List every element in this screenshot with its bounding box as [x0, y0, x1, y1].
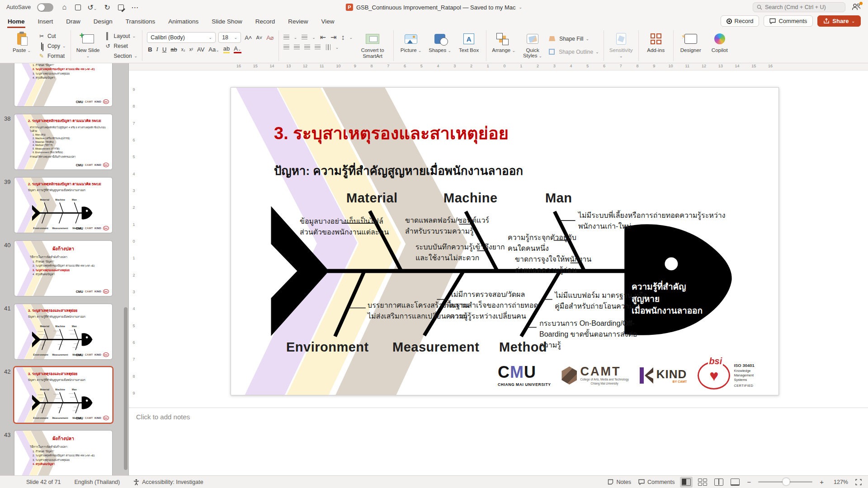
bold-button[interactable]: B	[148, 46, 152, 53]
picture-button[interactable]: Picture ⌄	[398, 30, 424, 53]
format-painter-button[interactable]: ✎Format	[38, 52, 66, 60]
new-slide-button[interactable]: New Slide ⌄	[75, 30, 101, 58]
tab-draw[interactable]: Draw	[66, 16, 81, 28]
category-machine[interactable]: Machine	[443, 191, 498, 206]
category-man[interactable]: Man	[545, 191, 572, 206]
slide-sorter-view-button[interactable]	[698, 479, 707, 486]
paste-button[interactable]: Paste ⌄	[9, 30, 34, 53]
copilot-button[interactable]: Copilot	[707, 30, 732, 53]
change-case-button[interactable]: Aa⌄	[208, 46, 219, 53]
character-spacing-button[interactable]: AV	[197, 46, 204, 53]
zoom-slider-knob[interactable]	[783, 478, 790, 485]
cause-machine-2[interactable]: ระบบบันทึกความรู้เข้าถึงยาก และใช้งานไม่…	[415, 242, 505, 263]
slideshow-button[interactable]	[731, 479, 740, 486]
cause-man-1[interactable]: ไม่มีระบบพี่เลี้ยงหรือการถ่ายทอดความรู้ร…	[578, 210, 727, 232]
slide-editor[interactable]: 3. ระบุสาเหตุรองและสาเหตุย่อย ปัญหา: ควา…	[231, 87, 779, 395]
shape-fill-button[interactable]: Shape Fill ⌄	[549, 35, 599, 42]
language-status[interactable]: English (Thailand)	[74, 479, 120, 485]
slide-thumbnail-39[interactable]: 39 2. ระบุสาเหตุหลักของปัญหา ตามแนวคิด 5…	[0, 178, 128, 233]
strikethrough-button[interactable]: ab	[170, 46, 177, 53]
align-center-icon[interactable]	[294, 45, 300, 50]
copy-button[interactable]: Copy ⌄	[38, 42, 66, 50]
cause-measurement-1[interactable]: ไม่มีการตรวจสอบ/วัดผล ความสำเร็จของการถ่…	[450, 289, 538, 322]
search-input[interactable]	[765, 4, 841, 10]
cause-man-2[interactable]: ความรู้กระจุกตัวอยู่กับ คนใดคนหนึ่ง	[508, 232, 576, 254]
fishbone-effect[interactable]: ความรู้ที่สำคัญสูญหาย เมื่อพนักงานลาออก	[632, 281, 713, 317]
decrease-font-icon[interactable]: A˅	[256, 35, 262, 40]
convert-smartart-button[interactable]: Convert to SmartArt	[356, 30, 389, 59]
presenter-coaching-icon[interactable]	[852, 3, 862, 12]
section-button[interactable]: Section ⌄	[104, 52, 138, 60]
redo-icon[interactable]: ↻	[103, 3, 112, 12]
slide-thumbnail-42-selected[interactable]: 42 3. ระบุสาเหตุรองและสาเหตุย่อย ปัญหา: …	[0, 367, 128, 422]
decrease-indent-icon[interactable]: ⇤	[320, 33, 326, 42]
zoom-in-button[interactable]: +	[820, 478, 824, 486]
reading-view-button[interactable]	[714, 479, 723, 486]
quick-edit-icon[interactable]	[118, 5, 124, 10]
sensitivity-button[interactable]: Sensitivity ⌄	[609, 30, 634, 58]
clear-formatting-icon[interactable]: A⌀	[266, 34, 274, 41]
cause-man-3[interactable]: ขาดการจูงใจให้พนักงาน ถ่ายทอดความรู้ก่อน	[515, 254, 591, 276]
tab-animations[interactable]: Animations	[168, 16, 199, 28]
line-spacing-icon[interactable]: ↕	[341, 33, 345, 42]
font-name-select[interactable]: Calibri (Body)⌄	[147, 32, 216, 43]
font-size-select[interactable]: 18⌄	[218, 32, 241, 43]
comments-button[interactable]: Comments	[764, 15, 813, 27]
tab-transitions[interactable]: Transitions	[125, 16, 156, 28]
comments-toggle[interactable]: Comments	[638, 479, 675, 485]
text-highlight-button[interactable]: ab	[223, 45, 230, 53]
cause-machine-1[interactable]: ขาดแพลตฟอร์ม/ซอฟต์แวร์ สำหรับรวบรวมความร…	[405, 215, 489, 237]
save-icon[interactable]	[75, 5, 81, 10]
slide-thumbnail-40[interactable]: 40 ผังก้างปลา วิธีการในการจัดทำผังก้างปล…	[0, 241, 128, 296]
zoom-slider[interactable]	[758, 481, 812, 483]
align-right-icon[interactable]	[304, 45, 310, 50]
underline-button[interactable]: U	[162, 46, 166, 53]
notes-toggle[interactable]: Notes	[608, 479, 631, 485]
slide-thumbnail-43[interactable]: 43 ผังก้างปลา วิธีการในการจัดทำผังก้างปล…	[0, 431, 128, 475]
slide-thumbnail-41[interactable]: 41 3. ระบุสาเหตุรองและสาเหตุย่อย ปัญหา: …	[0, 304, 128, 359]
home-icon[interactable]: ⌂	[60, 3, 69, 11]
increase-font-icon[interactable]: A˄	[245, 34, 252, 41]
shapes-button[interactable]: Shapes ⌄	[427, 30, 453, 53]
slide-title[interactable]: 3. ระบุสาเหตุรองและสาเหตุย่อย	[274, 119, 509, 147]
italic-button[interactable]: I	[156, 46, 158, 53]
category-measurement[interactable]: Measurement	[392, 340, 479, 355]
category-material[interactable]: Material	[346, 191, 398, 206]
font-color-button[interactable]: A⌄	[234, 45, 241, 53]
tab-review[interactable]: Review	[288, 16, 308, 28]
designer-button[interactable]: Designer	[678, 30, 703, 53]
cut-button[interactable]: ✂Cut	[38, 32, 66, 40]
tab-slideshow[interactable]: Slide Show	[211, 16, 243, 28]
justify-icon[interactable]	[315, 45, 321, 50]
increase-indent-icon[interactable]: ⇥	[330, 33, 336, 42]
notes-pane[interactable]: Click to add notes	[129, 408, 868, 475]
slide-counter[interactable]: Slide 42 of 71	[26, 479, 61, 485]
quick-styles-button[interactable]: Quick Styles ⌄	[520, 30, 545, 58]
accessibility-status[interactable]: Accessibility: Investigate	[133, 479, 203, 485]
zoom-out-button[interactable]: −	[747, 478, 751, 486]
cause-material-1[interactable]: ข้อมูลบางอย่างเก็บเป็นไฟล์ ส่วนตัวของพนั…	[300, 216, 389, 238]
subscript-button[interactable]: x₂	[181, 47, 185, 52]
document-title-area[interactable]: P GSB_Continuous Improvement_Ratapol — S…	[346, 4, 522, 11]
tab-home[interactable]: Home	[7, 16, 25, 28]
zoom-level[interactable]: 127%	[831, 479, 848, 485]
toolbar-overflow-icon[interactable]: ⋯	[130, 3, 139, 12]
numbering-icon[interactable]	[302, 35, 307, 40]
reset-button[interactable]: ↺Reset	[104, 42, 138, 50]
slide-thumbnail-38[interactable]: 38 2. ระบุสาเหตุหลักของปัญหา ตามแนวคิด 5…	[0, 114, 128, 169]
category-environment[interactable]: Environment	[286, 340, 369, 355]
problem-statement[interactable]: ปัญหา: ความรู้ที่สำคัญสูญหายเมื่อพนักงาน…	[274, 161, 523, 180]
tab-view[interactable]: View	[321, 16, 335, 28]
arrange-button[interactable]: Arrange ⌄	[491, 30, 516, 53]
tab-design[interactable]: Design	[93, 16, 113, 28]
text-box-button[interactable]: A Text Box	[456, 30, 481, 53]
autosave-toggle[interactable]	[37, 3, 53, 12]
sidebar-scrollbar[interactable]	[124, 307, 127, 470]
cause-method-2[interactable]: กระบวนการ On-Boarding/Off- Boarding ขาดข…	[539, 318, 643, 351]
fit-slide-icon[interactable]	[855, 479, 862, 485]
search-box[interactable]	[753, 2, 845, 12]
superscript-button[interactable]: x²	[189, 47, 193, 52]
record-button[interactable]: Record	[721, 15, 760, 27]
addins-button[interactable]: Add-ins	[643, 30, 669, 53]
shape-outline-button[interactable]: Shape Outline ⌄	[549, 48, 599, 56]
